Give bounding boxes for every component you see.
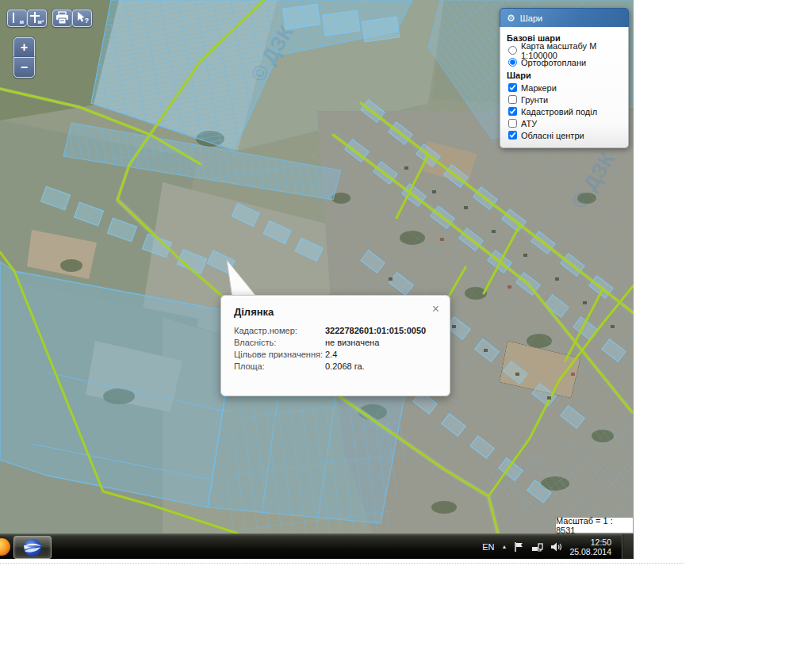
layers-panel-title: Шари (520, 13, 542, 23)
layer-option-markers[interactable]: Маркери (507, 82, 622, 94)
layer-option-oblast-centers[interactable]: Обласні центри (507, 129, 622, 141)
popup-title: Ділянка (221, 296, 450, 318)
printer-icon (53, 10, 71, 26)
checkbox-soils[interactable] (508, 95, 517, 104)
layers-panel: ⚙ Шари Базові шари Карта масштабу М 1:10… (500, 8, 629, 148)
layers-heading: Шари (507, 71, 622, 80)
network-icon[interactable] (531, 541, 543, 552)
close-icon[interactable]: × (432, 303, 439, 315)
language-indicator[interactable]: EN (482, 542, 494, 552)
popup-row-purpose: Цільове призначення: 2.4 (234, 349, 437, 361)
area-cross-icon: м² (28, 10, 46, 26)
layer-option-cadastral-division[interactable]: Кадастровий поділ (507, 105, 622, 117)
ruler-icon: м (8, 10, 26, 26)
app-icon-partial[interactable] (0, 538, 10, 556)
identify-help-button[interactable]: ? (72, 10, 92, 27)
popup-row-area: Площа: 0.2068 га. (234, 361, 437, 373)
clock-date: 25.08.2014 (569, 547, 611, 556)
checkbox-oblast-centers[interactable] (508, 131, 517, 140)
show-desktop-button[interactable] (622, 534, 634, 559)
zoom-out-button[interactable]: − (13, 57, 35, 78)
scale-indicator: Масштаб = 1 : 8531 (555, 517, 634, 533)
measure-distance-button[interactable]: м (7, 10, 27, 27)
parcel-info-popup: Ділянка × Кадастр.номер: 3222782601:01:0… (220, 295, 450, 396)
selection-dotted-line (0, 563, 684, 564)
radio-ortho[interactable] (508, 58, 517, 67)
checkbox-markers[interactable] (508, 83, 517, 92)
clock-time: 12:50 (591, 537, 611, 547)
chevron-up-icon[interactable]: ▲ (502, 544, 508, 549)
system-tray: EN ▲ 12:50 25.08.2014 (482, 534, 611, 559)
measure-area-button[interactable]: м² (27, 10, 47, 27)
google-earth-icon (22, 537, 43, 558)
layer-option-soils[interactable]: Грунти (507, 94, 622, 105)
clock[interactable]: 12:50 25.08.2014 (569, 537, 611, 556)
desktop: { "toolbar": { "measure_distance_sub": "… (0, 0, 812, 650)
taskbar: EN ▲ 12:50 25.08.2014 (0, 533, 634, 559)
checkbox-atu[interactable] (508, 119, 517, 128)
popup-row-ownership: Власність: не визначена (234, 337, 437, 349)
taskbar-google-earth-button[interactable] (13, 536, 52, 559)
checkbox-cadastral-division[interactable] (508, 107, 517, 116)
radio-map100000[interactable] (508, 46, 517, 55)
gear-icon: ⚙ (507, 13, 515, 23)
layer-option-atu[interactable]: АТУ (507, 117, 622, 129)
popup-row-cadastral-number: Кадастр.номер: 3222782601:01:015:0050 (234, 325, 437, 337)
speaker-icon[interactable] (550, 541, 562, 552)
base-layer-option-map100000[interactable]: Карта масштабу М 1:100000 (507, 44, 622, 56)
print-button[interactable] (52, 10, 72, 27)
zoom-in-button[interactable]: + (13, 37, 35, 58)
popup-rows: Кадастр.номер: 3222782601:01:015:0050 Вл… (221, 318, 450, 373)
layers-panel-header[interactable]: ⚙ Шари (500, 8, 629, 27)
layers-panel-body: Базові шари Карта масштабу М 1:100000 Ор… (500, 27, 629, 148)
action-center-flag-icon[interactable] (514, 541, 524, 552)
